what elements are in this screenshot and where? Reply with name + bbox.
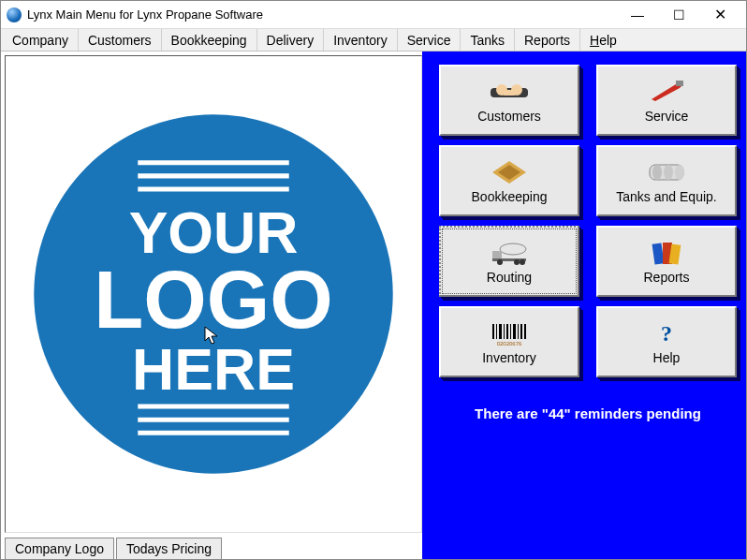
svg-point-26: [520, 259, 525, 265]
svg-point-18: [652, 165, 662, 180]
pipe-wrench-icon: [648, 79, 685, 105]
coins-icon: [491, 159, 528, 185]
window-title: Lynx Main Menu for Lynx Propane Software: [27, 7, 617, 22]
svg-text:02020676: 02020676: [497, 341, 522, 346]
maximize-button[interactable]: ☐: [658, 2, 699, 28]
svg-rect-34: [506, 324, 508, 339]
routing-button-label: Routing: [487, 270, 532, 285]
close-button[interactable]: ✕: [699, 2, 740, 28]
reports-button-label: Reports: [643, 270, 689, 285]
menu-tanks[interactable]: Tanks: [461, 29, 515, 51]
svg-rect-22: [492, 251, 502, 258]
svg-rect-31: [496, 324, 497, 339]
question-icon: ?: [648, 320, 685, 346]
svg-text:?: ?: [661, 321, 672, 346]
service-button[interactable]: Service: [596, 65, 737, 136]
app-icon: [7, 7, 22, 22]
service-button-label: Service: [645, 109, 689, 124]
menu-bookkeeping[interactable]: Bookkeeping: [162, 29, 257, 51]
titlebar: Lynx Main Menu for Lynx Propane Software…: [1, 1, 746, 29]
customers-button[interactable]: Customers: [439, 65, 579, 136]
inventory-button[interactable]: 02020676 Inventory: [439, 306, 579, 377]
svg-rect-37: [518, 324, 519, 339]
bookkeeping-button-label: Bookkeeping: [472, 189, 548, 204]
inventory-button-label: Inventory: [482, 350, 536, 365]
tanks-icon: [648, 159, 685, 185]
books-icon: [648, 240, 685, 266]
svg-point-19: [664, 165, 673, 180]
tab-todays-pricing[interactable]: Todays Pricing: [116, 538, 222, 559]
svg-point-20: [675, 165, 684, 180]
routing-button[interactable]: Routing: [439, 226, 579, 297]
svg-point-21: [500, 243, 526, 255]
svg-point-25: [514, 259, 520, 265]
menu-service[interactable]: Service: [398, 29, 461, 51]
left-pane: YOUR LOGO HERE Company Logo Todays Prici…: [1, 52, 422, 559]
truck-icon: [491, 240, 528, 266]
right-pane: Customers Service Bookkeeping: [422, 52, 746, 559]
svg-rect-39: [524, 324, 526, 339]
svg-rect-30: [492, 324, 494, 339]
svg-rect-13: [504, 90, 515, 96]
minimize-button[interactable]: —: [617, 2, 658, 28]
handshake-icon: [491, 79, 528, 105]
svg-rect-32: [499, 324, 502, 339]
svg-rect-27: [652, 243, 665, 264]
reports-button[interactable]: Reports: [596, 226, 737, 297]
bookkeeping-button[interactable]: Bookkeeping: [439, 145, 579, 216]
content-area: YOUR LOGO HERE Company Logo Todays Prici…: [1, 52, 746, 559]
help-button[interactable]: ? Help: [596, 306, 737, 377]
company-logo-image: YOUR LOGO HERE: [6, 56, 421, 532]
company-logo-frame: YOUR LOGO HERE: [5, 55, 422, 533]
menubar: Company Customers Bookkeeping Delivery I…: [1, 29, 746, 52]
tanks-equip-button-label: Tanks and Equip.: [616, 189, 716, 204]
svg-text:HERE: HERE: [132, 336, 295, 402]
menu-help[interactable]: Help: [580, 29, 626, 51]
reminders-status: There are "44" reminders pending: [439, 405, 737, 421]
left-tabs: Company Logo Todays Pricing: [5, 533, 422, 559]
svg-point-24: [497, 259, 503, 265]
svg-rect-33: [504, 324, 505, 339]
menu-customers[interactable]: Customers: [79, 29, 162, 51]
svg-rect-14: [676, 81, 683, 86]
menu-company[interactable]: Company: [3, 29, 79, 51]
reminders-count: 44: [549, 405, 564, 421]
customers-button-label: Customers: [477, 109, 541, 124]
svg-rect-35: [510, 324, 511, 339]
menu-reports[interactable]: Reports: [515, 29, 580, 51]
svg-rect-36: [513, 324, 516, 339]
menu-inventory[interactable]: Inventory: [324, 29, 398, 51]
quick-buttons-grid: Customers Service Bookkeeping: [439, 65, 737, 377]
help-button-label: Help: [653, 350, 681, 365]
svg-text:LOGO: LOGO: [94, 254, 332, 345]
tanks-equip-button[interactable]: Tanks and Equip.: [596, 145, 737, 216]
main-window: Lynx Main Menu for Lynx Propane Software…: [0, 0, 747, 560]
svg-rect-38: [520, 324, 522, 339]
tab-company-logo[interactable]: Company Logo: [5, 538, 114, 559]
menu-delivery[interactable]: Delivery: [257, 29, 325, 51]
barcode-icon: 02020676: [491, 320, 528, 346]
